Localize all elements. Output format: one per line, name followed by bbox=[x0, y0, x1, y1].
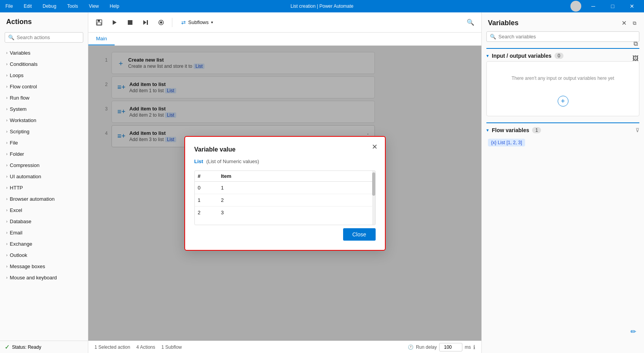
search-input[interactable] bbox=[17, 34, 80, 40]
action-item-message-boxes[interactable]: › Message boxes bbox=[0, 261, 88, 272]
action-label: HTTP bbox=[10, 185, 23, 191]
filter-icon[interactable]: ⊽ bbox=[635, 127, 639, 133]
scrollbar-thumb bbox=[372, 172, 375, 196]
menu-debug[interactable]: Debug bbox=[40, 3, 58, 10]
run-button[interactable] bbox=[108, 16, 121, 29]
action-label: System bbox=[10, 106, 26, 112]
input-output-empty-area: There aren't any input or output variabl… bbox=[486, 61, 639, 116]
action-item-file[interactable]: › File bbox=[0, 137, 88, 148]
maximize-button[interactable]: □ bbox=[604, 0, 622, 12]
table-row: 0 1 bbox=[195, 181, 375, 194]
action-item-run-flow[interactable]: › Run flow bbox=[0, 92, 88, 103]
action-item-excel[interactable]: › Excel bbox=[0, 205, 88, 216]
action-label: Compression bbox=[10, 162, 39, 168]
action-item-variables[interactable]: › Variables bbox=[0, 47, 88, 59]
variables-search-box[interactable]: 🔍 bbox=[486, 31, 639, 42]
svg-marker-3 bbox=[113, 20, 117, 25]
action-label: File bbox=[10, 140, 18, 146]
record-button[interactable] bbox=[155, 16, 167, 29]
svg-point-8 bbox=[160, 21, 162, 24]
action-label: Email bbox=[10, 230, 22, 236]
side-icons: ⧉ 🖼 bbox=[631, 39, 640, 64]
flow-variables-header[interactable]: ▾ Flow variables 1 ⊽ bbox=[486, 123, 639, 136]
layers-icon[interactable]: ⧉ bbox=[631, 39, 640, 49]
action-label: Loops bbox=[10, 72, 23, 78]
menu-help[interactable]: Help bbox=[107, 3, 122, 10]
action-item-flow-control[interactable]: › Flow control bbox=[0, 81, 88, 92]
action-item-loops[interactable]: › Loops bbox=[0, 70, 88, 81]
action-label: Conditionals bbox=[10, 61, 38, 67]
save-button[interactable] bbox=[93, 16, 105, 29]
minimize-button[interactable]: ─ bbox=[584, 0, 602, 12]
variables-close-button[interactable]: ✕ bbox=[620, 18, 628, 28]
add-input-output-variable-button[interactable]: + bbox=[558, 96, 568, 107]
clock-icon: 🕐 bbox=[408, 344, 414, 350]
chevron-icon: › bbox=[6, 264, 7, 269]
modal-close-button[interactable]: ✕ bbox=[369, 141, 380, 152]
toolbar-search-button[interactable]: 🔍 bbox=[464, 16, 477, 29]
table-header-index: # bbox=[195, 171, 218, 182]
variable-value-modal: Variable value ✕ List (List of Numeric v… bbox=[184, 136, 386, 251]
menu-edit[interactable]: Edit bbox=[21, 3, 34, 10]
action-item-system[interactable]: › System bbox=[0, 103, 88, 115]
action-item-database[interactable]: › Database bbox=[0, 216, 88, 227]
chevron-down-icon: ▾ bbox=[211, 20, 213, 24]
action-label: Mouse and keyboard bbox=[10, 275, 57, 281]
action-item-browser-automation[interactable]: › Browser automation bbox=[0, 193, 88, 205]
window-title: List creation | Power Automate bbox=[290, 3, 354, 9]
modal-type-row: List (List of Numeric values) bbox=[194, 158, 376, 164]
tab-main[interactable]: Main bbox=[88, 33, 115, 45]
stop-button[interactable] bbox=[124, 16, 136, 29]
flow-variables-list: {x} List [1, 2, 3] bbox=[486, 136, 639, 150]
run-delay-input[interactable] bbox=[439, 343, 462, 351]
action-label: Run flow bbox=[10, 95, 29, 101]
chevron-icon: › bbox=[6, 163, 7, 167]
action-item-workstation[interactable]: › Workstation bbox=[0, 115, 88, 126]
subflows-label: Subflows bbox=[188, 19, 209, 25]
search-icon: 🔍 bbox=[8, 34, 14, 40]
subflows-button[interactable]: ⇄ Subflows ▾ bbox=[177, 17, 217, 28]
table-row: 2 3 bbox=[195, 206, 375, 219]
row-value: 3 bbox=[218, 206, 375, 219]
status-text: Status: Ready bbox=[12, 344, 41, 350]
variables-panel-title: Variables bbox=[488, 19, 519, 27]
image-icon[interactable]: 🖼 bbox=[631, 53, 640, 64]
var-header-icons: ✕ ⧉ bbox=[620, 18, 638, 28]
action-item-http[interactable]: › HTTP bbox=[0, 182, 88, 193]
chevron-icon: › bbox=[6, 51, 7, 55]
modal-close-action-button[interactable]: Close bbox=[343, 228, 376, 241]
user-avatar bbox=[570, 1, 581, 12]
eraser-icon[interactable]: ✏ bbox=[629, 326, 638, 338]
menu-file[interactable]: File bbox=[3, 3, 15, 10]
action-item-scripting[interactable]: › Scripting bbox=[0, 126, 88, 137]
actions-search-box[interactable]: 🔍 bbox=[5, 32, 83, 43]
modal-table-scroll[interactable]: # Item 0 1 bbox=[195, 171, 375, 225]
action-label: Browser automation bbox=[10, 196, 55, 202]
variables-search-input[interactable] bbox=[498, 34, 636, 40]
variable-chip-list[interactable]: {x} List [1, 2, 3] bbox=[488, 139, 525, 146]
variables-layers-icon[interactable]: ⧉ bbox=[631, 19, 638, 28]
action-item-ui-automation[interactable]: › UI automation bbox=[0, 171, 88, 182]
table-row: 1 2 bbox=[195, 194, 375, 206]
action-item-exchange[interactable]: › Exchange bbox=[0, 238, 88, 250]
menu-view[interactable]: View bbox=[86, 3, 101, 10]
input-output-header[interactable]: ▾ Input / output variables 0 bbox=[486, 49, 639, 61]
action-item-folder[interactable]: › Folder bbox=[0, 148, 88, 160]
action-item-compression[interactable]: › Compression bbox=[0, 160, 88, 171]
action-item-mouse-keyboard[interactable]: › Mouse and keyboard bbox=[0, 272, 88, 283]
scrollbar-track[interactable] bbox=[372, 171, 375, 225]
input-output-empty-text: There aren't any input or output variabl… bbox=[508, 68, 618, 89]
table-header-item: Item bbox=[218, 171, 375, 182]
chevron-icon: › bbox=[6, 231, 7, 235]
action-label: UI automation bbox=[10, 174, 41, 179]
chevron-icon: › bbox=[6, 118, 7, 122]
chevron-down-icon: ▾ bbox=[486, 127, 489, 133]
action-item-conditionals[interactable]: › Conditionals bbox=[0, 59, 88, 70]
svg-rect-4 bbox=[128, 20, 132, 25]
action-item-outlook[interactable]: › Outlook bbox=[0, 250, 88, 261]
step-button[interactable] bbox=[139, 16, 152, 29]
menu-tools[interactable]: Tools bbox=[65, 3, 80, 10]
input-output-variables-section: ▾ Input / output variables 0 There aren'… bbox=[486, 48, 639, 116]
close-button[interactable]: ✕ bbox=[623, 0, 641, 12]
action-item-email[interactable]: › Email bbox=[0, 227, 88, 238]
